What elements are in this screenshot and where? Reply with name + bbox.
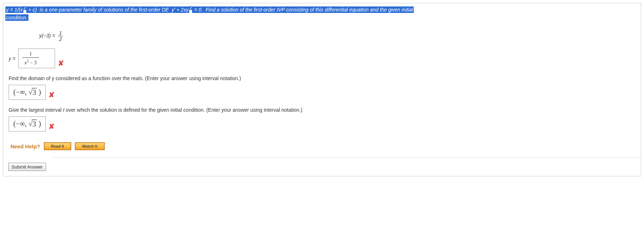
answer-input-domain[interactable]: (−∞, √3 ) bbox=[9, 85, 46, 100]
den-tail: − 3 bbox=[29, 60, 37, 65]
highlight-seg: is a one-parameter family of solutions o… bbox=[37, 6, 171, 13]
need-help-label: Need Help? bbox=[10, 143, 40, 149]
answer-row-domain: (−∞, √3 ) ✘ bbox=[9, 85, 641, 100]
highlight-seg: y = 1/(x bbox=[5, 6, 23, 13]
fraction: 1 x2 − 3 bbox=[22, 51, 39, 66]
question-container: y = 1/(x2 + c) is a one-parameter family… bbox=[3, 3, 641, 176]
highlight-seg: = 0. bbox=[192, 6, 204, 13]
fraction: 1 2 bbox=[58, 30, 63, 42]
highlight-seg: Find a solution of the first-order IVP c… bbox=[204, 6, 414, 13]
open-paren: ( bbox=[13, 88, 16, 96]
sqrt: √3 bbox=[28, 120, 37, 128]
superscript: 2 bbox=[189, 6, 192, 10]
divider bbox=[54, 157, 641, 158]
close-paren: ) bbox=[37, 88, 41, 96]
neg-infinity: −∞, bbox=[16, 88, 29, 96]
ic-lhs: y(−3) = bbox=[39, 33, 56, 39]
prompt-interval: Give the largest interval I over which t… bbox=[9, 107, 641, 113]
close-paren: ) bbox=[37, 120, 41, 128]
numerator: 1 bbox=[58, 30, 63, 36]
sqrt: √3 bbox=[28, 88, 37, 97]
answer-input-y[interactable]: 1 x2 − 3 bbox=[18, 48, 55, 68]
radicand: 3 bbox=[32, 120, 37, 128]
radicand: 3 bbox=[32, 88, 37, 97]
answer-input-interval[interactable]: (−∞, √3 ) bbox=[9, 116, 46, 131]
superscript: 2 bbox=[23, 6, 26, 10]
numerator: 1 bbox=[22, 51, 39, 58]
read-it-button[interactable]: Read It bbox=[44, 142, 72, 150]
prompt-interval-pre: Give the largest interval bbox=[9, 107, 63, 113]
answer-label: y = bbox=[9, 56, 15, 61]
answer-row-interval: (−∞, √3 ) ✘ bbox=[9, 116, 641, 131]
wrong-icon: ✘ bbox=[49, 91, 55, 99]
wrong-icon: ✘ bbox=[58, 59, 64, 68]
highlight-seg: + c) bbox=[26, 6, 38, 13]
watch-it-button[interactable]: Watch It bbox=[75, 142, 104, 150]
prompt-interval-post: over which the solution is defined for t… bbox=[64, 107, 302, 113]
open-paren: ( bbox=[13, 120, 16, 128]
problem-statement: y = 1/(x2 + c) is a one-parameter family… bbox=[3, 3, 641, 24]
help-row: Need Help? Read It Watch It bbox=[10, 142, 641, 150]
neg-infinity: −∞, bbox=[16, 120, 29, 128]
denominator: 2 bbox=[58, 36, 63, 42]
initial-condition: y(−3) = 1 2 bbox=[39, 30, 641, 42]
prompt-domain: Find the domain of y considered as a fun… bbox=[9, 75, 641, 81]
highlight-seg: y' + 2xy bbox=[171, 6, 189, 13]
submit-answer-button[interactable]: Submit Answer bbox=[8, 163, 46, 171]
highlight-seg: condition. bbox=[5, 14, 28, 21]
wrong-icon: ✘ bbox=[49, 122, 55, 131]
answer-row-y: y = 1 x2 − 3 ✘ bbox=[9, 48, 641, 68]
denominator: x2 − 3 bbox=[22, 58, 39, 66]
